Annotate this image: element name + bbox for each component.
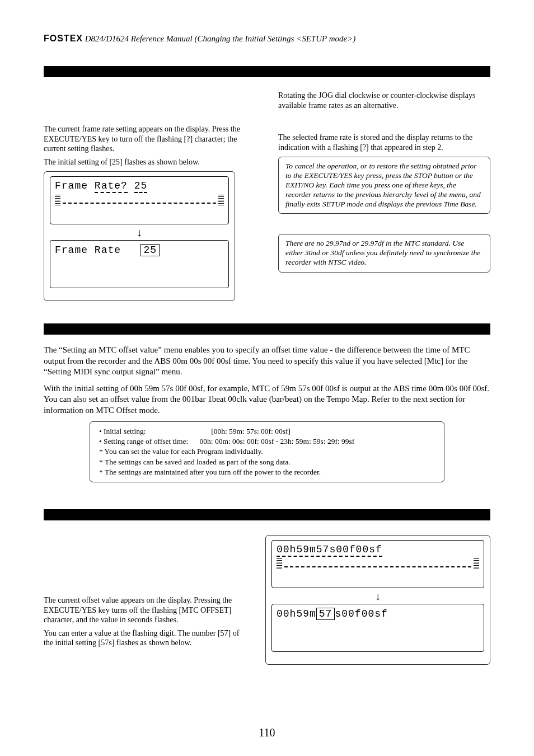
s2-label: Setting range of offset time: xyxy=(104,437,188,445)
setting-row-1: • Initial setting: [00h: 59m: 57s: 00f: … xyxy=(99,426,435,436)
level-bars-right-2 xyxy=(474,558,479,570)
bottom-left-para1: The current offset value appears on the … xyxy=(44,595,243,625)
lcd4-text-c: s00f00sf xyxy=(335,608,387,619)
mid-intro1: The “Setting an MTC offset value” menu e… xyxy=(44,345,490,378)
setting-row-2: • Setting range of offset time: 00h: 00m… xyxy=(99,436,435,447)
level-bars-left-2 xyxy=(277,558,282,570)
top-left-para2: The initial setting of [25] flashes as s… xyxy=(44,157,256,167)
lcd-display-2: Frame Rate 25 xyxy=(50,240,229,288)
note-box-1: To cancel the operation, or to restore t… xyxy=(278,157,490,214)
level-dashes-2 xyxy=(284,566,471,567)
s2-value: 00h: 00m: 00s: 00f: 00sf - 23h: 59m: 59s… xyxy=(200,437,355,445)
header: FOSTEX D824/D1624 Reference Manual (Chan… xyxy=(44,34,490,44)
lcd2-text-c: 25 xyxy=(140,244,160,256)
page-number: 110 xyxy=(0,726,534,739)
section-bar-bottom xyxy=(44,509,490,520)
s1-label: Initial setting: xyxy=(104,427,146,435)
top-right-para2: The selected frame rate is stored and th… xyxy=(278,133,490,152)
lcd-display-3: 00h59m57s00f00sf xyxy=(271,540,484,588)
mid-intro2: With the initial setting of 00h 59m 57s … xyxy=(44,383,490,416)
lcd3-level-row xyxy=(277,558,479,570)
lcd1-text-c: 25 xyxy=(134,180,148,193)
level-dashes xyxy=(63,203,216,204)
setting-note-3: * The settings are maintained after you … xyxy=(99,467,435,477)
section-bar-mid xyxy=(44,323,490,335)
lcd4-text-a: 00h59m xyxy=(277,608,316,619)
down-arrow-icon-2: ↓ xyxy=(271,590,484,602)
setting-note-2: * The settings can be saved and loaded a… xyxy=(99,457,435,467)
lcd1-text-b: Rate? xyxy=(95,180,128,193)
page: FOSTEX D824/D1624 Reference Manual (Chan… xyxy=(0,0,534,756)
section-bar-top xyxy=(44,66,490,77)
note-box-2: There are no 29.97nd or 29.97df in the M… xyxy=(278,234,490,273)
setting-note-1: * You can set the value for each Program… xyxy=(99,447,435,457)
lcd-display-4: 00h59m57s00f00sf xyxy=(271,604,484,652)
top-right-para1: Rotating the JOG dial clockwise or count… xyxy=(278,91,490,110)
top-two-col: The current frame rate setting appears o… xyxy=(44,87,490,301)
level-bars-left xyxy=(55,195,60,206)
top-left-col: The current frame rate setting appears o… xyxy=(44,87,256,301)
lcd-group-2: 00h59m57s00f00sf ↓ 00h59m57s00f00sf xyxy=(265,535,490,665)
lcd2-text-a: Frame xyxy=(55,245,88,256)
lcd3-text: 00h59m57s00f00sf xyxy=(277,544,382,557)
logo: FOSTEX xyxy=(44,34,83,43)
bottom-left-para2: You can enter a value at the flashing di… xyxy=(44,628,243,648)
top-left-para1: The current frame rate setting appears o… xyxy=(44,124,256,154)
header-title: D824/D1624 Reference Manual (Changing th… xyxy=(85,34,356,43)
lcd4-text-b: 57 xyxy=(316,608,335,620)
bottom-right-col: 00h59m57s00f00sf ↓ 00h59m57s00f00sf xyxy=(265,530,490,665)
lcd2-text-b: Rate xyxy=(95,245,121,256)
down-arrow-icon: ↓ xyxy=(50,227,229,238)
lcd-display-1: Frame Rate? 25 xyxy=(50,176,229,224)
bottom-left-col: The current offset value appears on the … xyxy=(44,530,243,665)
top-right-col: Rotating the JOG dial clockwise or count… xyxy=(278,87,490,301)
level-bars-right xyxy=(218,195,224,206)
bottom-two-col: The current offset value appears on the … xyxy=(44,530,490,665)
lcd-group-1: Frame Rate? 25 ↓ Frame Rate 25 xyxy=(44,171,235,301)
s1-value: [00h: 59m: 57s: 00f: 00sf] xyxy=(211,427,291,435)
lcd1-level-row xyxy=(55,195,224,206)
settings-box: • Initial setting: [00h: 59m: 57s: 00f: … xyxy=(90,421,444,482)
lcd1-text-a: Frame xyxy=(55,180,88,191)
